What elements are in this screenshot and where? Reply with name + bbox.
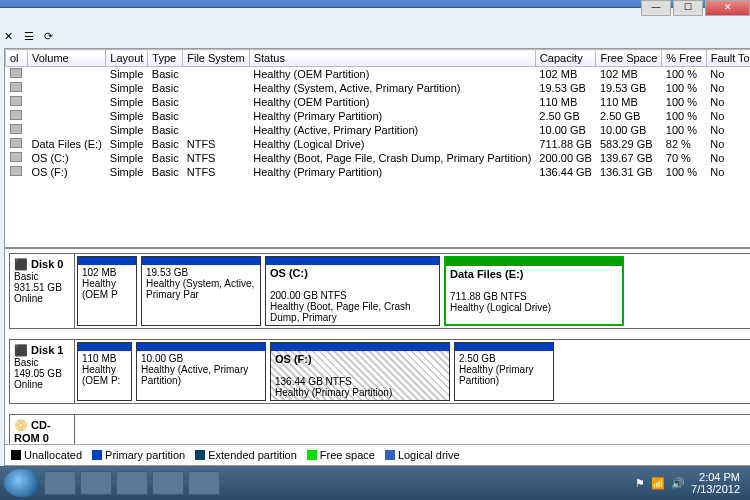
clock-date: 7/13/2012 [691, 483, 740, 495]
column-header[interactable]: ol [6, 50, 28, 67]
column-header[interactable]: Capacity [535, 50, 596, 67]
disk-row[interactable]: ⬛ Disk 1Basic149.05 GBOnline110 MBHealth… [9, 339, 750, 404]
partition[interactable]: 10.00 GBHealthy (Active, Primary Partiti… [136, 342, 266, 401]
volume-row[interactable]: SimpleBasicHealthy (System, Active, Prim… [6, 81, 751, 95]
close-button[interactable]: ✕ [705, 0, 750, 16]
tray-volume-icon[interactable]: 🔊 [671, 477, 685, 490]
taskbar-app-1[interactable] [44, 471, 76, 495]
toolbar: ✕ ☰ ⟳ [4, 30, 58, 44]
maximize-button[interactable]: ☐ [673, 0, 703, 16]
start-button[interactable] [4, 469, 40, 497]
disk-row[interactable]: 📀 CD-ROM 0DVD (D:)No Media [9, 414, 750, 444]
column-header[interactable]: Fault Tolerance [706, 50, 750, 67]
disk-label: ⬛ Disk 1Basic149.05 GBOnline [10, 340, 75, 403]
volume-row[interactable]: SimpleBasicHealthy (OEM Partition)110 MB… [6, 95, 751, 109]
clock-time: 2:04 PM [691, 471, 740, 483]
properties-icon[interactable]: ☰ [24, 30, 38, 44]
taskbar-app-3[interactable] [116, 471, 148, 495]
partition[interactable]: 19.53 GBHealthy (System, Active, Primary… [141, 256, 261, 326]
partition[interactable]: Data Files (E:)711.88 GB NTFSHealthy (Lo… [444, 256, 624, 326]
window-controls: — ☐ ✕ [639, 0, 750, 16]
taskbar-app-4[interactable] [152, 471, 184, 495]
legend: UnallocatedPrimary partitionExtended par… [5, 444, 750, 465]
column-header[interactable]: Layout [106, 50, 148, 67]
column-header[interactable]: Type [148, 50, 183, 67]
partition[interactable]: 102 MBHealthy (OEM P [77, 256, 137, 326]
volume-row[interactable]: SimpleBasicHealthy (Active, Primary Part… [6, 123, 751, 137]
partition[interactable]: OS (C:)200.00 GB NTFSHealthy (Boot, Page… [265, 256, 440, 326]
legend-item: Unallocated [11, 449, 82, 461]
disk-label: ⬛ Disk 0Basic931.51 GBOnline [10, 254, 75, 328]
volume-row[interactable]: OS (F:)SimpleBasicNTFSHealthy (Primary P… [6, 165, 751, 179]
tray-network-icon[interactable]: 📶 [651, 477, 665, 490]
disk-row[interactable]: ⬛ Disk 0Basic931.51 GBOnline102 MBHealth… [9, 253, 750, 329]
disk-graphical-view[interactable]: ⬛ Disk 0Basic931.51 GBOnline102 MBHealth… [5, 249, 750, 444]
column-header[interactable]: File System [183, 50, 249, 67]
column-header[interactable]: Free Space [596, 50, 662, 67]
column-header[interactable]: Status [249, 50, 535, 67]
main-panel: olVolumeLayoutTypeFile SystemStatusCapac… [4, 48, 750, 466]
volume-list[interactable]: olVolumeLayoutTypeFile SystemStatusCapac… [5, 49, 750, 249]
column-header[interactable]: % Free [662, 50, 706, 67]
partition[interactable]: 2.50 GBHealthy (Primary Partition) [454, 342, 554, 401]
legend-item: Primary partition [92, 449, 185, 461]
delete-icon[interactable]: ✕ [4, 30, 18, 44]
tray-flag-icon[interactable]: ⚑ [635, 477, 645, 490]
legend-item: Logical drive [385, 449, 460, 461]
volume-row[interactable]: Data Files (E:)SimpleBasicNTFSHealthy (L… [6, 137, 751, 151]
legend-item: Free space [307, 449, 375, 461]
window-titlebar [0, 0, 750, 8]
system-tray[interactable]: ⚑ 📶 🔊 2:04 PM 7/13/2012 [635, 471, 746, 495]
column-header[interactable]: Volume [28, 50, 106, 67]
taskbar[interactable]: ⚑ 📶 🔊 2:04 PM 7/13/2012 [0, 466, 750, 500]
volume-row[interactable]: SimpleBasicHealthy (OEM Partition)102 MB… [6, 67, 751, 82]
taskbar-app-5[interactable] [188, 471, 220, 495]
taskbar-app-2[interactable] [80, 471, 112, 495]
disk-label: 📀 CD-ROM 0DVD (D:)No Media [10, 415, 75, 444]
volume-row[interactable]: OS (C:)SimpleBasicNTFSHealthy (Boot, Pag… [6, 151, 751, 165]
legend-item: Extended partition [195, 449, 297, 461]
partition[interactable]: OS (F:)136.44 GB NTFSHealthy (Primary Pa… [270, 342, 450, 401]
partition[interactable]: 110 MBHealthy (OEM P: [77, 342, 132, 401]
volume-row[interactable]: SimpleBasicHealthy (Primary Partition)2.… [6, 109, 751, 123]
minimize-button[interactable]: — [641, 0, 671, 16]
refresh-icon[interactable]: ⟳ [44, 30, 58, 44]
